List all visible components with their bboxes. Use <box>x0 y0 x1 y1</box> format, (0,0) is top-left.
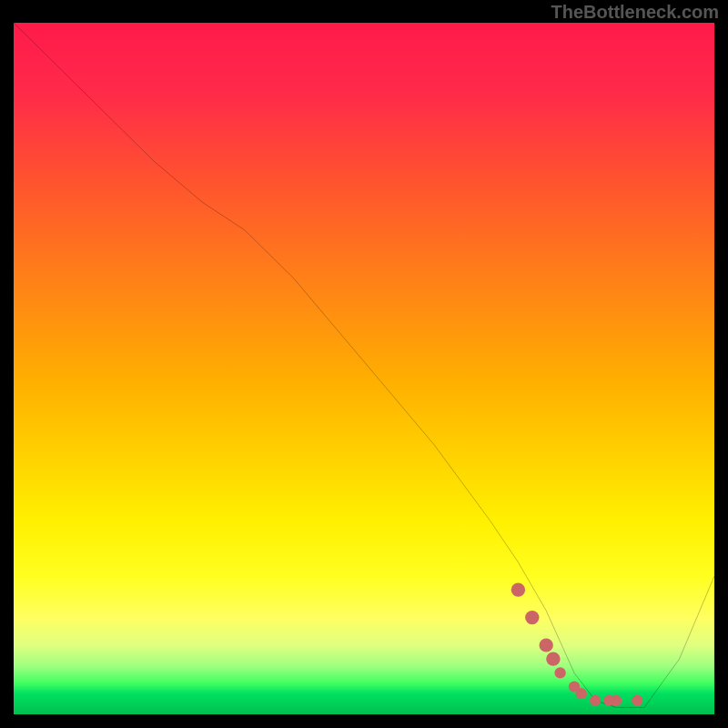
marker-dot <box>611 695 622 706</box>
bottleneck-curve <box>14 23 714 707</box>
chart-svg <box>14 23 714 714</box>
marker-dot <box>576 688 587 699</box>
marker-dot <box>546 652 560 666</box>
marker-dots <box>511 583 643 706</box>
marker-dot <box>540 638 553 652</box>
plot-area <box>14 23 714 714</box>
marker-dot <box>525 611 539 624</box>
watermark-text: TheBottleneck.com <box>551 2 719 23</box>
marker-dot <box>554 667 565 678</box>
marker-dot <box>590 695 601 706</box>
marker-dot <box>632 695 642 706</box>
marker-dot <box>511 583 525 597</box>
